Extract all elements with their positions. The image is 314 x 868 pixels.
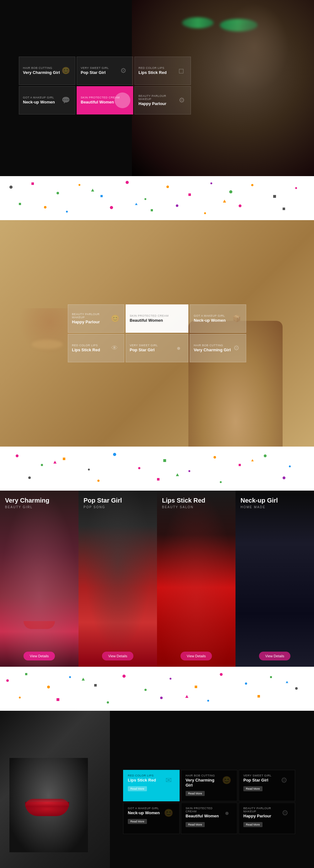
square xyxy=(283,208,285,210)
dark-card-0[interactable]: Red Color Lips Lips Stick Red Read More … xyxy=(123,770,180,801)
dot xyxy=(207,700,209,702)
gallery-card-title-3: Neck-up Girl xyxy=(241,497,309,504)
square xyxy=(94,684,97,686)
dark-card-3[interactable]: Got a makeup girl Neck-up Women Read Mor… xyxy=(123,803,180,834)
gallery-card-3[interactable]: Neck-up Girl HOME MADE View Details xyxy=(236,491,314,667)
gallery-card-bg-3 xyxy=(236,491,314,667)
gallery-card-overlay-3: Neck-up Girl HOME MADE xyxy=(236,491,314,515)
dot xyxy=(213,456,216,459)
golden-card-title-3: Lips Stick Red xyxy=(72,347,100,352)
dark-card-icon-area-4: ● xyxy=(221,807,233,819)
circle-decoration xyxy=(115,92,130,108)
triangle xyxy=(135,203,138,205)
dot xyxy=(41,464,43,466)
dark-card-btn-4[interactable]: Read More xyxy=(185,822,205,827)
dot xyxy=(123,675,126,678)
square xyxy=(101,195,103,197)
golden-card-0[interactable]: Beauty Parlour Makeup Happy Parlour 😊 xyxy=(68,304,124,333)
golden-card-subtitle-4: Very Sweet Girl xyxy=(130,344,158,347)
dark-card-icon-area-1: 😊 xyxy=(221,774,233,786)
face-glow-2 xyxy=(157,491,236,667)
dark-card-content-2: Very Sweet Girl Pop Star Girl Read More xyxy=(243,774,272,791)
dot xyxy=(126,181,129,184)
square xyxy=(257,695,260,698)
golden-card-4[interactable]: Very Sweet Girl Pop Star Girl ● xyxy=(126,334,188,362)
dot xyxy=(69,676,71,678)
gallery-card-bg-1 xyxy=(78,491,157,667)
gallery-card-title-2: Lips Stick Red xyxy=(162,497,231,504)
dot xyxy=(160,696,163,699)
golden-card-5[interactable]: Hair Bob Cutting Very Charming Girl ⚙ xyxy=(190,334,246,362)
square xyxy=(270,676,272,678)
dark-card-5[interactable]: Beauty Parlour Makeup Happy Parlour Read… xyxy=(239,803,295,834)
hero-card-subtitle-4: Skin Protected Cream xyxy=(81,96,119,99)
hero-card-text-1: Very Sweet Girl Pop Star Girl xyxy=(81,66,109,75)
golden-card-title-2: Neck-up Women xyxy=(194,318,226,323)
dark-card-subtitle-1: Hair Bob Cutting xyxy=(185,774,221,777)
dark-card-subtitle-3: Got a makeup girl xyxy=(128,807,160,810)
dark-card-btn-5[interactable]: Read More xyxy=(243,822,263,827)
dark-section: Red Color Lips Lips Stick Red Read More … xyxy=(0,711,314,868)
dark-card-title-2: Pop Star Girl xyxy=(243,778,272,783)
hero-card-1[interactable]: Very Sweet Girl Pop Star Girl ⚙ xyxy=(77,57,133,85)
gallery-card-2[interactable]: Lips Stick Red BEAUTY SALON View Details xyxy=(157,491,236,667)
dark-card-content-0: Red Color Lips Lips Stick Red Read More xyxy=(128,774,156,791)
triangle xyxy=(54,461,57,464)
gallery-card-title-0: Very Charming xyxy=(5,497,73,504)
golden-card-icon-4: ● xyxy=(173,342,184,354)
gallery-card-btn-0[interactable]: View Details xyxy=(24,652,55,660)
dot xyxy=(251,184,253,186)
hero-card-5[interactable]: Beauty Parlour Makeup Happy Parlour ⚙ xyxy=(134,86,191,115)
gallery-card-0[interactable]: Very Charming BEAUTY GIRL View Details xyxy=(0,491,78,667)
golden-card-1[interactable]: Skin Protected Cream Beautiful Women xyxy=(126,304,188,333)
dot xyxy=(204,212,206,214)
golden-card-title-5: Very Charming Girl xyxy=(194,347,231,352)
dark-card-4[interactable]: Skin Protected Cream Beautiful Women Rea… xyxy=(181,803,237,834)
square xyxy=(157,478,160,480)
dark-card-content-5: Beauty Parlour Makeup Happy Parlour Read… xyxy=(243,807,279,827)
dot xyxy=(66,211,68,213)
dark-card-btn-3[interactable]: Read More xyxy=(128,819,147,824)
dark-card-btn-2[interactable]: Read More xyxy=(243,786,263,791)
eye-decoration-right xyxy=(220,19,257,31)
square xyxy=(25,673,27,675)
dark-card-title-1: Very Charming Girl xyxy=(185,778,221,787)
golden-card-subtitle-1: Skin Protected Cream xyxy=(130,314,169,317)
hero-card-subtitle-5: Beauty Parlour Makeup xyxy=(138,94,176,101)
gallery-card-btn-2[interactable]: View Details xyxy=(180,652,212,660)
golden-card-subtitle-2: Got a makeup girl xyxy=(194,314,226,317)
gallery-card-btn-3[interactable]: View Details xyxy=(259,652,290,660)
square xyxy=(57,698,59,701)
golden-card-text-2: Got a makeup girl Neck-up Women xyxy=(194,314,226,323)
hero-card-title-4: Beautiful Women xyxy=(81,100,119,105)
hero-card-4[interactable]: Skin Protected Cream Beautiful Women xyxy=(77,86,133,115)
hero-card-2[interactable]: Red Color Lips Lips Stick Red ◻ xyxy=(134,57,191,85)
square xyxy=(188,193,191,196)
dot xyxy=(19,696,21,699)
golden-card-icon-5: ⚙ xyxy=(231,342,242,354)
gallery-card-bg-0 xyxy=(0,491,78,667)
golden-card-text-5: Hair Bob Cutting Very Charming Girl xyxy=(194,344,231,352)
dot xyxy=(295,687,298,690)
golden-card-subtitle-0: Beauty Parlour Makeup xyxy=(72,313,110,319)
dark-card-2[interactable]: Very Sweet Girl Pop Star Girl Read More … xyxy=(239,770,295,801)
dot xyxy=(170,678,171,680)
golden-card-title-0: Happy Parlour xyxy=(72,319,110,324)
gallery-card-1[interactable]: Pop Star Girl POP SONG View Details xyxy=(78,491,157,667)
triangle xyxy=(82,678,85,681)
hero-card-subtitle-1: Very Sweet Girl xyxy=(81,66,109,69)
hero-card-0[interactable]: Hair Bob Cutting Very Charming Girl 😊 xyxy=(19,57,75,85)
dark-card-btn-0[interactable]: Read More xyxy=(128,786,147,791)
dot xyxy=(229,190,232,193)
golden-card-icon-3: 👁 xyxy=(109,342,120,354)
hero-card-text-3: Got a makeup girl Neck-up Women xyxy=(23,96,55,105)
face-glow-0 xyxy=(0,491,78,667)
dot xyxy=(176,205,178,207)
golden-card-3[interactable]: Red Color Lips Lips Stick Red 👁 xyxy=(68,334,124,362)
dark-card-1[interactable]: Hair Bob Cutting Very Charming Girl Read… xyxy=(181,770,237,801)
hero-card-3[interactable]: Got a makeup girl Neck-up Women 💬 xyxy=(19,86,75,115)
golden-card-text-3: Red Color Lips Lips Stick Red xyxy=(72,344,100,352)
gallery-card-btn-1[interactable]: View Details xyxy=(102,652,134,660)
golden-card-2[interactable]: Got a makeup girl Neck-up Women 📦 xyxy=(190,304,246,333)
dark-card-btn-1[interactable]: Read More xyxy=(185,791,205,796)
